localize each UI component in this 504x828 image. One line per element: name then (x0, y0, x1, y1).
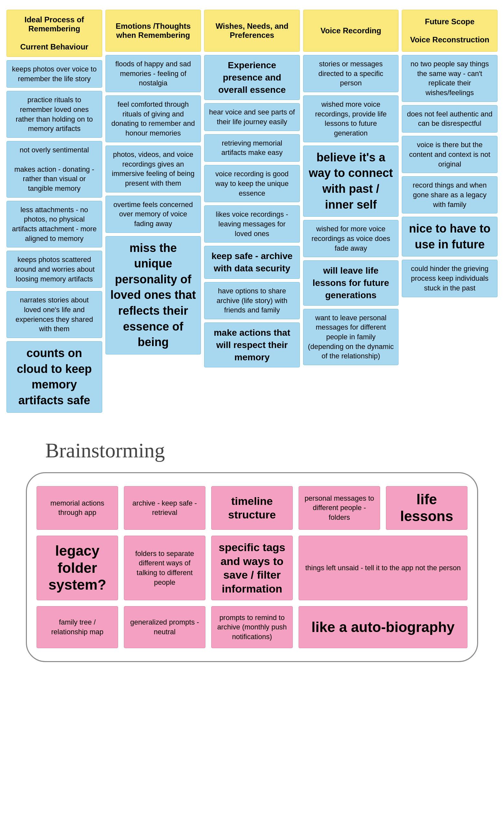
brainstorm-title: Brainstorming (45, 439, 485, 462)
col2-note-2: feel comforted through rituals of giving… (106, 95, 201, 142)
col3-note-4: voice recording is good way to keep the … (204, 165, 300, 202)
col1-header: Ideal Process of Remembering Current Beh… (6, 10, 102, 57)
col5-header: Future Scope Voice Reconstruction (402, 10, 498, 52)
column-4: Voice Recording stories or messages dire… (303, 10, 399, 365)
col1-note-1: keeps photos over voice to remember the … (6, 60, 102, 88)
col4-note-2: wished more voice recordings, provide li… (303, 95, 399, 142)
col3-note-6: keep safe - archive with data security (204, 246, 300, 279)
col4-note-4: wished for more voice recordings as voic… (303, 220, 399, 257)
col3-header: Wishes, Needs, and Preferences (204, 10, 300, 52)
col5-note-1: no two people say things the same way - … (402, 55, 498, 102)
bs-note-8: specific tags and ways to save / filter … (211, 536, 293, 600)
col1-note-7: counts on cloud to keep memory artifacts… (6, 341, 102, 412)
bs-note-2: archive - keep safe - retrieval (124, 486, 205, 530)
col5-note-6: could hinder the grieving process keep i… (402, 260, 498, 297)
col1-note-6: narrates stories about loved one's life … (6, 291, 102, 338)
bs-note-1: memorial actions through app (37, 486, 118, 530)
col3-note-7: have options to share archive (life stor… (204, 282, 300, 319)
col2-note-5: miss the unique personality of loved one… (106, 236, 201, 355)
col5-note-5: nice to have to use in future (402, 217, 498, 256)
bs-note-3: timeline structure (211, 486, 293, 530)
col1-note-5: keeps photos scattered around and worrie… (6, 251, 102, 288)
col2-note-4: overtime feels concerned over memory of … (106, 196, 201, 233)
col5-note-3: voice is there but the content and conte… (402, 136, 498, 173)
col3-note-1: Experience presence and overall essence (204, 55, 300, 100)
column-3: Wishes, Needs, and Preferences Experienc… (204, 10, 300, 367)
bs-note-12: prompts to remind to archive (monthly pu… (211, 606, 293, 648)
col1-note-2: practice rituals to remember loved ones … (6, 91, 102, 138)
bs-note-11: generalized prompts - neutral (124, 606, 205, 648)
bs-note-10: family tree / relationship map (37, 606, 118, 648)
bs-note-6: legacy folder system? (37, 536, 118, 600)
column-1: Ideal Process of Remembering Current Beh… (6, 10, 102, 413)
columns-container: Ideal Process of Remembering Current Beh… (6, 10, 498, 413)
bs-note-5: life lessons (386, 486, 467, 530)
column-2: Emotions /Thoughts when Remembering floo… (106, 10, 201, 355)
bs-note-9: things left unsaid - tell it to the app … (299, 536, 467, 600)
col4-header: Voice Recording (303, 10, 399, 52)
col4-note-1: stories or messages directed to a specif… (303, 55, 399, 92)
affinity-section: Ideal Process of Remembering Current Beh… (6, 10, 498, 413)
col3-note-5: likes voice recordings - leaving message… (204, 205, 300, 243)
brainstorm-grid: memorial actions through app archive - k… (37, 486, 467, 649)
col2-note-1: floods of happy and sad memories - feeli… (106, 55, 201, 92)
column-5: Future Scope Voice Reconstruction no two… (402, 10, 498, 297)
bs-note-4: personal messages to different people - … (299, 486, 380, 530)
col1-note-4: less attachments - no photos, no physica… (6, 201, 102, 248)
col1-note-3: not overly sentimental makes action - do… (6, 141, 102, 197)
col4-note-6: want to leave personal messages for diff… (303, 309, 399, 365)
col2-note-3: photos, videos, and voice recordings giv… (106, 146, 201, 193)
col5-note-2: does not feel authentic and can be disre… (402, 105, 498, 133)
col2-header: Emotions /Thoughts when Remembering (106, 10, 201, 52)
brainstorm-section: Brainstorming memorial actions through a… (6, 432, 498, 682)
brainstorm-container: memorial actions through app archive - k… (26, 472, 478, 662)
main-board: Ideal Process of Remembering Current Beh… (6, 10, 498, 681)
bs-note-13: like a auto-biography (299, 606, 467, 648)
col4-note-3: believe it's a way to connect with past … (303, 146, 399, 217)
col3-note-3: retrieving memorial artifacts make easy (204, 134, 300, 162)
bs-note-7: folders to separate different ways of ta… (124, 536, 205, 600)
col4-note-5: will leave life lessons for future gener… (303, 260, 399, 305)
col3-note-2: hear voice and see parts of their life j… (204, 103, 300, 131)
col5-note-4: record things and when gone share as a l… (402, 176, 498, 213)
col3-note-8: make actions that will respect their mem… (204, 323, 300, 367)
